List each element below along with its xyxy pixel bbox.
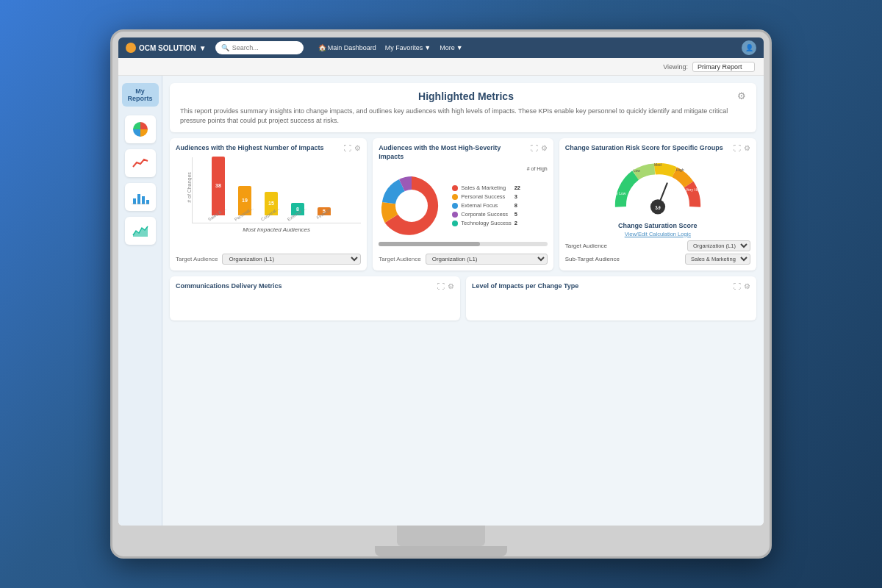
svg-rect-1	[137, 194, 140, 204]
legend-item-2: Personal Success 3	[452, 193, 523, 200]
logo-text: OCM SOLUTION	[139, 44, 196, 52]
bottom-card2-title: Level of Impacts per Change Type	[472, 282, 731, 291]
search-box[interactable]: 🔍	[215, 41, 304, 54]
gauge-area: Very Low Low Med High Very High 39	[565, 157, 750, 222]
bar-group: 19Personal Success	[234, 186, 256, 223]
card-high-severity: Audiences with the Most High-Severity Im…	[373, 138, 553, 270]
svg-text:High: High	[676, 167, 684, 171]
sidebar-bar-chart[interactable]	[125, 183, 156, 211]
viewing-select[interactable]: Primary Report	[692, 62, 755, 72]
gauge-chart: Very Low Low Med High Very High 39	[606, 157, 709, 216]
sidebar-area-chart[interactable]	[125, 217, 156, 245]
svg-text:Low: Low	[634, 168, 641, 173]
bottom-card1-expand-icon[interactable]: ⛶	[437, 282, 445, 290]
sidebar-my-reports[interactable]: My Reports	[122, 83, 159, 107]
card2-target-select[interactable]: Organization (L1)	[426, 254, 548, 265]
svg-text:Very High: Very High	[686, 187, 702, 192]
my-favorites-label: My Favorites	[385, 44, 423, 51]
more-label: More	[440, 44, 455, 51]
donut-chart	[379, 173, 445, 239]
bar-value: 19	[242, 198, 248, 203]
bar-group: 38Sales & Marketing	[207, 157, 229, 223]
legend-item-5: Technology Success 2	[452, 220, 523, 226]
card1-settings-icon[interactable]: ⚙	[354, 144, 361, 152]
bottom-card-comms: Communications Delivery Metrics ⛶ ⚙	[170, 276, 460, 320]
main-dashboard-label: Main Dashboard	[328, 44, 376, 51]
card-change-saturation: Change Saturation Risk Score for Specifi…	[559, 138, 756, 270]
gauge-target-label: Target Audience	[565, 243, 607, 249]
card1-target-select[interactable]: Organization (L1)	[222, 254, 361, 265]
sidebar-pie-chart[interactable]	[125, 115, 156, 143]
gauge-sub-target-select[interactable]: Sales & Marketing	[685, 254, 750, 265]
bar-chart-container: # of Changes 38Sales & Marketing19Person…	[176, 157, 361, 249]
bar-group: 5Finance	[313, 207, 335, 223]
svg-text:Med: Med	[654, 162, 662, 167]
card2-settings-icon[interactable]: ⚙	[541, 144, 548, 152]
nav-links: 🏠 Main Dashboard My Favorites ▼ More ▼	[318, 44, 463, 51]
monitor-shell: OCM SOLUTION ▼ 🔍 🏠 Main Dashboard My Fav…	[110, 29, 772, 559]
nav-bar: OCM SOLUTION ▼ 🔍 🏠 Main Dashboard My Fav…	[118, 37, 764, 58]
bottom-card-impacts: Level of Impacts per Change Type ⛶ ⚙	[466, 276, 756, 320]
bar-chart-area: 38Sales & Marketing19Personal Success15C…	[192, 157, 361, 223]
svg-point-6	[395, 190, 428, 222]
legend-dot-5	[452, 220, 458, 226]
content-area: Highlighted Metrics ⚙ This report provid…	[162, 76, 764, 526]
sidebar: My Reports	[118, 76, 162, 526]
content-header: Highlighted Metrics ⚙ This report provid…	[170, 83, 756, 132]
card3-settings-icon[interactable]: ⚙	[744, 144, 750, 152]
svg-rect-0	[133, 198, 136, 204]
bottom-cards-row: Communications Delivery Metrics ⛶ ⚙ Leve…	[170, 276, 756, 320]
home-icon: 🏠	[318, 44, 326, 51]
bottom-card2-expand-icon[interactable]: ⛶	[734, 282, 741, 290]
top-cards-row: Audiences with the Highest Number of Imp…	[170, 138, 756, 270]
legend-item-4: Corporate Success 5	[452, 211, 523, 218]
card3-expand-icon[interactable]: ⛶	[734, 144, 741, 152]
view-calc-link[interactable]: View/Edit Calculation Logic	[565, 231, 750, 237]
monitor-base	[375, 546, 507, 556]
pie-chart-icon	[132, 121, 149, 138]
sidebar-line-chart[interactable]	[125, 149, 156, 177]
user-avatar[interactable]: 👤	[742, 40, 756, 55]
gauge-sub-target-label: Sub-Target Audience	[565, 256, 620, 262]
bar-group: 15Corporate Success	[260, 192, 282, 223]
bar-chart-icon	[132, 190, 149, 204]
card2-expand-icon[interactable]: ⛶	[531, 144, 538, 152]
bar-value: 38	[215, 183, 221, 188]
card1-expand-icon[interactable]: ⛶	[344, 144, 351, 152]
donut-scrollbar[interactable]	[379, 242, 547, 246]
card-highest-impacts: Audiences with the Highest Number of Imp…	[170, 138, 367, 270]
bottom-card1-title: Communications Delivery Metrics	[176, 282, 434, 291]
bar-value: 15	[268, 201, 274, 206]
settings-icon[interactable]: ⚙	[737, 90, 746, 101]
card2-title: Audiences with the Most High-Severity Im…	[379, 144, 527, 161]
gauge-selects: Target Audience Organization (L1) Sub-Ta…	[565, 240, 750, 265]
donut-area: Sales & Marketing 22 Personal Success 3	[379, 173, 547, 239]
card2-target-label: Target Audience	[379, 256, 420, 262]
nav-main-dashboard[interactable]: 🏠 Main Dashboard	[318, 44, 376, 51]
card2-footer: Target Audience Organization (L1)	[379, 254, 547, 265]
donut-legend: Sales & Marketing 22 Personal Success 3	[452, 184, 523, 226]
nav-more[interactable]: More ▼	[440, 44, 462, 51]
search-input[interactable]	[232, 44, 298, 51]
gauge-sub-target-row: Sub-Target Audience Sales & Marketing	[565, 254, 750, 265]
bottom-card2-settings-icon[interactable]: ⚙	[744, 282, 750, 290]
gauge-title: Change Saturation Score	[565, 222, 750, 229]
bar-group: 8External Group	[287, 203, 309, 223]
svg-rect-3	[146, 200, 149, 204]
bottom-card1-settings-icon[interactable]: ⚙	[448, 282, 454, 290]
svg-rect-2	[142, 196, 145, 204]
monitor-stand	[397, 526, 485, 546]
nav-my-favorites[interactable]: My Favorites ▼	[385, 44, 431, 51]
bar-chart-x-label: Most Impacted Audiences	[192, 226, 361, 233]
viewing-bar: Viewing: Primary Report	[118, 58, 764, 76]
svg-text:Very Low: Very Low	[611, 190, 626, 195]
logo-icon	[126, 43, 136, 53]
page-title: Highlighted Metrics	[195, 90, 737, 102]
area-chart-icon	[132, 223, 149, 238]
line-chart-icon	[132, 157, 149, 170]
logo-dropdown-icon: ▼	[199, 44, 207, 52]
legend-dot-1	[452, 185, 458, 191]
viewing-label: Viewing:	[663, 63, 688, 71]
gauge-target-select[interactable]: Organization (L1)	[687, 240, 750, 251]
favorites-dropdown-icon: ▼	[424, 44, 431, 51]
